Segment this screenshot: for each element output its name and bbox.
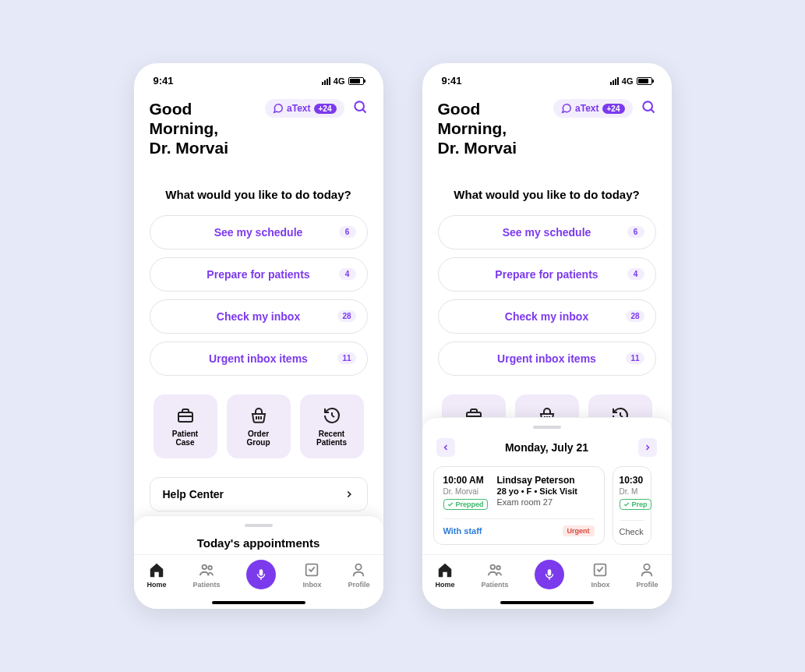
chevron-left-icon <box>441 443 450 452</box>
nav-inbox[interactable]: Inbox <box>302 561 321 589</box>
next-day-button[interactable] <box>638 438 657 457</box>
action-badge: 11 <box>626 352 644 364</box>
appointment-card[interactable]: 10:00 AM Dr. Morvai Prepped Lindsay Pete… <box>433 466 605 545</box>
status-time: 9:41 <box>154 75 174 87</box>
nav-home[interactable]: Home <box>147 561 166 589</box>
action-label: Prepare for patients <box>495 268 598 281</box>
atext-button[interactable]: aText +24 <box>265 99 344 118</box>
appointments-drawer-expanded[interactable]: Monday, July 21 10:00 AM Dr. Morvai Prep… <box>422 417 672 554</box>
svg-line-8 <box>332 416 334 417</box>
status-bar: 9:41 4G <box>422 63 672 93</box>
header: Good Morning, Dr. Morvai aText +24 <box>422 93 672 171</box>
nav-profile[interactable]: Profile <box>636 561 658 589</box>
prev-day-button[interactable] <box>436 438 455 457</box>
home-indicator[interactable] <box>212 601 305 604</box>
battery-icon <box>637 77 652 85</box>
action-label: See my schedule <box>503 226 591 239</box>
search-button[interactable] <box>352 99 368 118</box>
phone-left: 9:41 4G Good Morning, Dr. Morvai aText +… <box>134 63 383 609</box>
nav-label: Inbox <box>591 581 609 589</box>
signal-icon <box>610 77 619 85</box>
action-check-inbox[interactable]: Check my inbox 28 <box>150 299 368 334</box>
drawer-handle[interactable] <box>533 426 561 429</box>
drawer-title: Today's appointments <box>134 536 383 550</box>
tile-recent-patients[interactable]: Recent Patients <box>300 394 364 458</box>
nav-patients[interactable]: Patients <box>481 561 508 589</box>
atext-label: aText <box>287 103 310 114</box>
search-button[interactable] <box>641 99 656 118</box>
tile-label: Order Group <box>247 430 270 447</box>
appointments-row[interactable]: 10:00 AM Dr. Morvai Prepped Lindsay Pete… <box>422 466 672 545</box>
svg-point-10 <box>208 566 212 570</box>
action-prepare-patients[interactable]: Prepare for patients 4 <box>150 257 368 292</box>
prepped-label: Prepped <box>456 500 484 508</box>
status-indicators: 4G <box>322 76 364 86</box>
greeting-line2: Dr. Morvai <box>438 138 554 157</box>
action-badge: 4 <box>339 268 356 280</box>
svg-line-16 <box>651 109 654 112</box>
search-icon <box>352 99 368 115</box>
appointment-doctor: Dr. M <box>620 487 644 496</box>
nav-label: Patients <box>192 581 220 589</box>
atext-count: +24 <box>602 104 625 114</box>
profile-icon <box>350 561 367 578</box>
patients-icon <box>198 561 215 578</box>
mic-button[interactable] <box>535 560 564 589</box>
patient-name: Lindsay Peterson <box>497 475 578 486</box>
action-see-schedule[interactable]: See my schedule 6 <box>150 215 368 249</box>
nav-label: Home <box>435 581 454 589</box>
svg-point-29 <box>644 564 650 570</box>
history-icon <box>323 406 341 425</box>
urgent-badge: Urgent <box>563 525 595 536</box>
nav-profile[interactable]: Profile <box>348 561 369 589</box>
network-label: 4G <box>334 76 345 86</box>
action-see-schedule[interactable]: See my schedule 6 <box>438 215 656 249</box>
prompt: What would you like to do today? <box>150 188 368 201</box>
help-center-button[interactable]: Help Center <box>150 477 368 511</box>
check-icon <box>447 501 454 508</box>
patients-icon <box>486 561 503 578</box>
appointments-drawer[interactable]: Today's appointments <box>134 515 383 554</box>
nav-home[interactable]: Home <box>435 561 454 589</box>
prompt: What would you like to do today? <box>438 188 656 201</box>
tile-order-group[interactable]: Order Group <box>227 394 291 458</box>
action-label: Check my inbox <box>217 310 300 323</box>
content: What would you like to do today? See my … <box>134 188 383 511</box>
drawer-handle[interactable] <box>245 524 273 527</box>
tile-label: Recent Patients <box>316 430 347 447</box>
tile-patient-case[interactable]: Patient Case <box>154 394 217 458</box>
patient-sub: 28 yo • F • Sick Visit <box>497 486 578 496</box>
home-indicator[interactable] <box>500 601 594 604</box>
mic-button[interactable] <box>246 560 276 589</box>
action-label: See my schedule <box>214 226 303 239</box>
svg-point-25 <box>496 566 500 570</box>
chat-icon <box>273 103 284 114</box>
action-badge: 6 <box>627 226 644 238</box>
atext-button[interactable]: aText +24 <box>553 99 632 118</box>
chat-icon <box>561 103 572 114</box>
check-icon <box>623 501 630 508</box>
search-icon <box>641 99 656 115</box>
svg-point-15 <box>643 101 652 111</box>
action-urgent-inbox[interactable]: Urgent inbox items 11 <box>150 341 368 376</box>
inbox-icon <box>303 561 320 578</box>
status-bar: 9:41 4G <box>134 63 383 93</box>
action-urgent-inbox[interactable]: Urgent inbox items 11 <box>438 341 656 376</box>
action-check-inbox[interactable]: Check my inbox 28 <box>438 299 656 334</box>
nav-inbox[interactable]: Inbox <box>591 561 609 589</box>
status-time: 9:41 <box>442 75 462 87</box>
appointment-status[interactable]: With staff <box>443 526 482 536</box>
signal-icon <box>322 77 330 85</box>
prepped-label: Prep <box>632 500 648 508</box>
home-icon <box>148 561 165 578</box>
action-prepare-patients[interactable]: Prepare for patients 4 <box>438 257 656 292</box>
nav-patients[interactable]: Patients <box>192 561 220 589</box>
appointment-doctor: Dr. Morvai <box>443 487 488 496</box>
appointment-card-peek[interactable]: 10:30 Dr. M Prep Check <box>613 466 651 545</box>
atext-count: +24 <box>314 104 337 114</box>
action-label: Prepare for patients <box>207 268 309 281</box>
status-indicators: 4G <box>610 76 652 86</box>
greeting-line1: Good Morning, <box>438 99 554 138</box>
header: Good Morning, Dr. Morvai aText +24 <box>134 93 383 171</box>
nav-label: Patients <box>481 581 508 589</box>
